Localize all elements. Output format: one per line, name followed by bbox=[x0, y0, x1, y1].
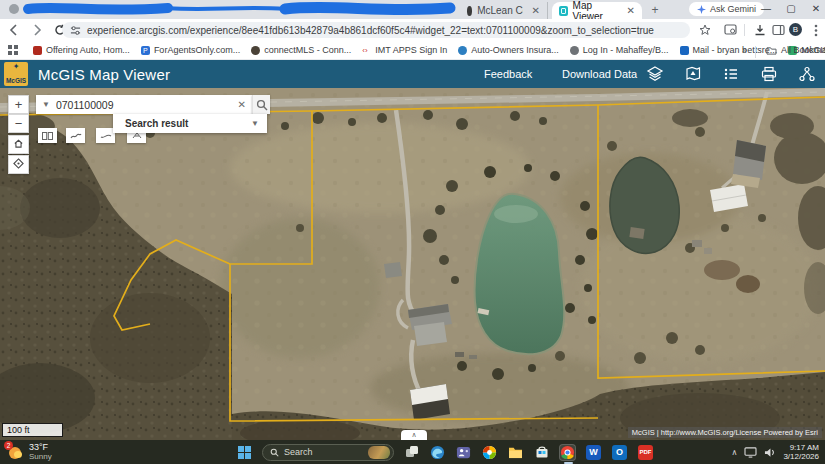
system-tray: ∧ 9:17 AM 3/12/2026 bbox=[732, 440, 822, 464]
site-settings-icon[interactable] bbox=[70, 25, 81, 36]
page-title: McGIS Map Viewer bbox=[38, 66, 170, 83]
sparkle-icon bbox=[697, 5, 706, 14]
bookmark-favicon bbox=[33, 46, 42, 55]
forward-icon[interactable] bbox=[28, 21, 46, 39]
close-window-button[interactable]: ✕ bbox=[808, 0, 824, 17]
bookmarks-bar: Offering Auto, Hom... PForAgentsOnly.com… bbox=[0, 41, 825, 60]
tab-map-viewer[interactable]: Map Viewer ✕ bbox=[552, 2, 642, 19]
address-bar[interactable]: experience.arcgis.com/experience/8ee41fd… bbox=[62, 22, 690, 38]
bookmark-favicon bbox=[458, 46, 467, 55]
redacted-tabs-scribble bbox=[0, 0, 460, 19]
teams-icon[interactable] bbox=[455, 444, 472, 461]
measure-tool-button[interactable] bbox=[66, 128, 85, 143]
taskbar-clock[interactable]: 9:17 AM 3/12/2026 bbox=[783, 443, 822, 461]
new-tab-button[interactable]: + bbox=[648, 3, 662, 17]
download-data-link[interactable]: Download Data bbox=[562, 68, 637, 80]
minimize-button[interactable]: — bbox=[758, 0, 774, 17]
chevron-down-icon[interactable]: ▼ bbox=[251, 119, 259, 128]
search-button[interactable] bbox=[252, 95, 270, 114]
windows-taskbar: 2 33°F Sunny Search W O PDF bbox=[0, 440, 825, 464]
bookmark-item[interactable]: ‹›IMT APPS Sign In bbox=[362, 45, 447, 55]
download-icon[interactable] bbox=[752, 22, 768, 38]
search-icon bbox=[270, 448, 279, 457]
weather-temp: 33°F bbox=[29, 442, 52, 452]
parcel-search-box[interactable]: ▼ ✕ bbox=[36, 95, 252, 114]
copilot-icon[interactable] bbox=[481, 444, 498, 461]
cast-monitor-icon[interactable] bbox=[744, 447, 757, 458]
taskbar-center: Search W O PDF bbox=[236, 440, 654, 464]
clear-search-icon[interactable]: ✕ bbox=[232, 99, 252, 110]
pdf-icon[interactable]: PDF bbox=[637, 444, 654, 461]
app-header: ✦ McGIS McGIS Map Viewer Feedback Downlo… bbox=[0, 60, 825, 88]
bookmarks-overflow-icon[interactable]: » bbox=[742, 45, 747, 55]
start-icon[interactable] bbox=[236, 444, 253, 461]
speaker-icon[interactable] bbox=[764, 447, 776, 458]
apps-grid-icon[interactable] bbox=[8, 45, 18, 55]
shed bbox=[384, 262, 402, 278]
url-text: experience.arcgis.com/experience/8ee41fd… bbox=[87, 25, 654, 36]
back-icon[interactable] bbox=[5, 21, 23, 39]
reading-mode-icon[interactable] bbox=[722, 22, 738, 38]
screen: McLean County Pro ✕ Map Viewer ✕ + Ask G… bbox=[0, 0, 825, 464]
tab-label: McLean County Pro bbox=[477, 5, 522, 16]
map-attribution: McGIS | http://www.McGIS.org/License Pow… bbox=[628, 427, 822, 438]
taskbar-search[interactable]: Search bbox=[262, 444, 394, 461]
outlook-icon[interactable]: O bbox=[611, 444, 628, 461]
browser-tab-strip: McLean County Pro ✕ Map Viewer ✕ + Ask G… bbox=[0, 0, 825, 19]
browser-toolbar: experience.arcgis.com/experience/8ee41fd… bbox=[0, 19, 825, 41]
tab-mclean-county[interactable]: McLean County Pro ✕ bbox=[460, 2, 548, 19]
collapse-panel-tab[interactable]: ∧ bbox=[401, 430, 427, 440]
ask-gemini-button[interactable]: Ask Gemini bbox=[689, 2, 764, 16]
home-button[interactable] bbox=[8, 135, 29, 154]
print-icon[interactable] bbox=[760, 65, 778, 83]
bookmark-item[interactable]: connectMLS - Conn... bbox=[251, 45, 351, 55]
bookmark-star-icon[interactable] bbox=[697, 22, 713, 38]
bookmark-favicon: ‹› bbox=[362, 46, 371, 55]
kebab-menu-icon[interactable] bbox=[808, 22, 824, 38]
chrome-icon[interactable] bbox=[559, 444, 576, 461]
bookmark-item[interactable]: PForAgentsOnly.com... bbox=[141, 45, 240, 55]
weather-widget[interactable]: 2 33°F Sunny bbox=[6, 442, 52, 461]
basemap-icon[interactable] bbox=[684, 65, 702, 83]
swipe-tool-button[interactable] bbox=[38, 128, 57, 143]
bookmark-item[interactable]: Mail - bryan bettsre... bbox=[680, 45, 778, 55]
clock-time: 9:17 AM bbox=[783, 443, 819, 452]
bookmark-item[interactable]: Log In - Mahaffey/B... bbox=[570, 45, 669, 55]
word-icon[interactable]: W bbox=[585, 444, 602, 461]
tab-favicon bbox=[467, 6, 472, 16]
pond-main bbox=[475, 194, 565, 355]
notification-badge: 2 bbox=[4, 441, 13, 450]
all-bookmarks-button[interactable]: All Bookmarks bbox=[766, 45, 825, 55]
weather-sun-icon: 2 bbox=[6, 443, 23, 460]
bookmark-item[interactable]: Offering Auto, Hom... bbox=[33, 45, 130, 55]
zoom-in-button[interactable]: + bbox=[8, 95, 29, 114]
side-panel-icon[interactable] bbox=[770, 22, 786, 38]
folder-icon bbox=[766, 46, 777, 55]
zoom-out-button[interactable]: − bbox=[8, 114, 29, 133]
locate-button[interactable] bbox=[8, 155, 29, 174]
legend-icon[interactable] bbox=[722, 65, 740, 83]
search-highlight-image bbox=[368, 446, 390, 459]
map-canvas[interactable]: + − ▼ ✕ Search result ▼ 100 ft ∧ McGIS |… bbox=[0, 88, 825, 440]
tray-chevron-icon[interactable]: ∧ bbox=[732, 448, 738, 457]
task-view-icon[interactable] bbox=[403, 444, 420, 461]
close-tab-icon[interactable]: ✕ bbox=[532, 5, 540, 16]
profile-avatar[interactable]: B bbox=[789, 23, 802, 36]
store-icon[interactable] bbox=[533, 444, 550, 461]
scale-bar: 100 ft bbox=[2, 423, 63, 437]
share-icon[interactable] bbox=[798, 65, 816, 83]
chevron-down-icon[interactable]: ▼ bbox=[36, 100, 56, 109]
bookmark-favicon bbox=[570, 46, 579, 55]
layers-icon[interactable] bbox=[646, 65, 664, 83]
mcgis-logo: ✦ McGIS bbox=[4, 62, 28, 86]
file-explorer-icon[interactable] bbox=[507, 444, 524, 461]
close-tab-icon[interactable]: ✕ bbox=[627, 5, 635, 16]
clock-date: 3/12/2026 bbox=[783, 452, 819, 461]
search-result-panel[interactable]: Search result ▼ bbox=[113, 114, 267, 133]
maximize-button[interactable]: ▢ bbox=[783, 0, 799, 17]
search-input[interactable] bbox=[56, 99, 232, 111]
bookmark-favicon bbox=[251, 46, 260, 55]
edge-icon[interactable] bbox=[429, 444, 446, 461]
feedback-link[interactable]: Feedback bbox=[484, 68, 532, 80]
bookmark-item[interactable]: Auto-Owners Insura... bbox=[458, 45, 559, 55]
